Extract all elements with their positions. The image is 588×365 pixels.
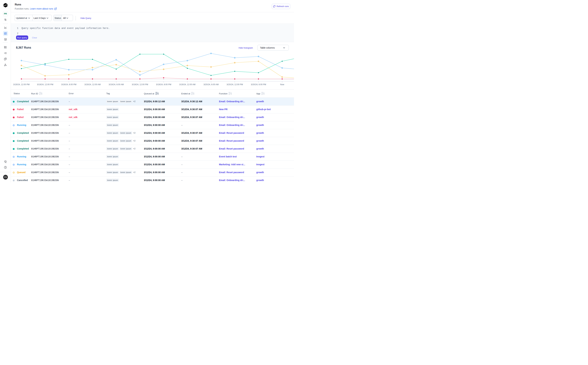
svg-text:3/19/24, 12:00 PM: 3/19/24, 12:00 PM	[37, 83, 53, 86]
svg-text:3/19/24, 12:00 AM: 3/19/24, 12:00 AM	[84, 83, 101, 86]
svg-text:3/19/24, 6:00 AM: 3/19/24, 6:00 AM	[109, 83, 124, 86]
svg-text:3/19/24, 12:00 PM: 3/19/24, 12:00 PM	[13, 83, 30, 86]
svg-text:3/19/24, 12:00 PM: 3/19/24, 12:00 PM	[132, 83, 148, 86]
svg-text:3/19/24, 6:00 PM: 3/19/24, 6:00 PM	[156, 83, 171, 86]
svg-text:Now: Now	[280, 83, 284, 86]
svg-text:3/20/24, 12:00 PM: 3/20/24, 12:00 PM	[227, 83, 243, 86]
svg-text:3/19/24, 6:00 PM: 3/19/24, 6:00 PM	[61, 83, 76, 86]
svg-text:3/19/24, 12:00 AM: 3/19/24, 12:00 AM	[179, 83, 195, 86]
svg-text:3/20/24, 6:00 AM: 3/20/24, 6:00 AM	[204, 83, 219, 86]
svg-text:3/20/24, 6:00 PM: 3/20/24, 6:00 PM	[251, 83, 266, 86]
